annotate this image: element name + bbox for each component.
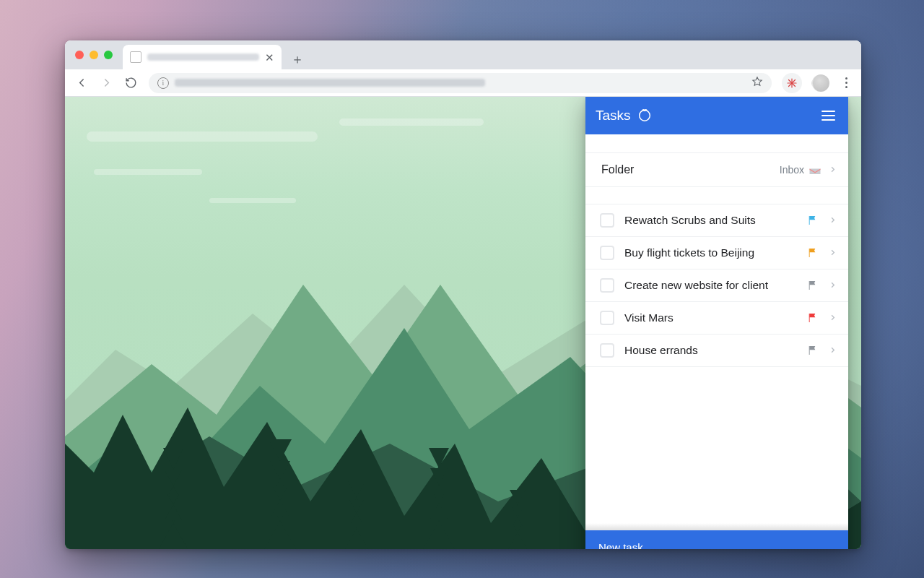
tab-close-button[interactable]: ✕	[265, 52, 274, 63]
svg-rect-5	[809, 216, 810, 225]
task-checkbox[interactable]	[600, 246, 614, 260]
flag-icon[interactable]	[807, 280, 819, 291]
task-row[interactable]: Create new website for client	[585, 269, 848, 302]
chevron-right-icon	[829, 311, 837, 324]
svg-rect-9	[809, 346, 810, 355]
bookmark-star-icon[interactable]	[751, 76, 763, 90]
forward-button[interactable]	[95, 72, 117, 94]
extension-icon[interactable]	[782, 73, 802, 93]
url-blurred	[175, 79, 485, 87]
panel-spacer	[585, 187, 848, 204]
task-list: Rewatch Scrubs and SuitsBuy flight ticke…	[585, 204, 848, 367]
folder-label: Folder	[601, 163, 780, 176]
task-row[interactable]: Buy flight tickets to Beijing	[585, 237, 848, 269]
site-info-icon[interactable]: i	[157, 77, 169, 89]
tomato-icon	[637, 106, 653, 125]
chevron-right-icon	[829, 279, 837, 292]
tasks-panel-title: Tasks	[596, 108, 631, 124]
task-row[interactable]: Visit Mars	[585, 302, 848, 335]
page-viewport: Tasks Folder Inbox	[65, 97, 861, 549]
panel-menu-button[interactable]	[819, 108, 838, 124]
svg-rect-7	[809, 281, 810, 290]
task-checkbox[interactable]	[600, 311, 614, 325]
folder-selector[interactable]: Folder Inbox	[585, 153, 848, 187]
chevron-right-icon	[829, 214, 837, 227]
desktop-wallpaper: ✕ ＋ i	[0, 0, 924, 578]
profile-avatar[interactable]	[812, 74, 829, 92]
flag-icon[interactable]	[807, 345, 819, 356]
address-bar[interactable]: i	[149, 73, 772, 93]
new-task-button[interactable]: New task	[585, 530, 848, 549]
task-checkbox[interactable]	[600, 213, 614, 228]
back-button[interactable]	[71, 72, 92, 94]
window-zoom-button[interactable]	[104, 51, 113, 59]
new-tab-button[interactable]: ＋	[287, 49, 308, 69]
chevron-right-icon	[829, 344, 837, 357]
new-task-label: New task	[598, 541, 643, 550]
reload-button[interactable]	[120, 72, 141, 94]
task-label: Visit Mars	[624, 311, 797, 324]
task-label: House errands	[624, 344, 797, 357]
svg-rect-6	[809, 249, 810, 257]
flag-icon[interactable]	[807, 247, 819, 259]
browser-tab[interactable]: ✕	[123, 45, 282, 69]
task-checkbox[interactable]	[600, 343, 614, 358]
browser-toolbar: i	[65, 69, 861, 97]
tasks-panel: Tasks Folder Inbox	[585, 97, 848, 549]
panel-inner-shadow	[585, 523, 848, 530]
flag-icon[interactable]	[807, 312, 819, 324]
svg-point-4	[639, 111, 650, 121]
tasks-panel-header: Tasks	[585, 97, 848, 134]
task-label: Buy flight tickets to Beijing	[624, 246, 797, 259]
folder-value: Inbox	[780, 164, 804, 176]
panel-spacer	[585, 134, 848, 153]
browser-window: ✕ ＋ i	[65, 40, 861, 549]
window-close-button[interactable]	[75, 51, 84, 59]
chevron-right-icon	[829, 163, 837, 176]
window-minimize-button[interactable]	[90, 51, 98, 59]
window-controls	[74, 40, 118, 69]
task-row[interactable]: Rewatch Scrubs and Suits	[585, 204, 848, 237]
chevron-right-icon	[829, 246, 837, 259]
task-label: Rewatch Scrubs and Suits	[624, 214, 797, 227]
svg-rect-8	[809, 314, 810, 322]
browser-menu-button[interactable]	[837, 77, 855, 88]
task-row[interactable]: House errands	[585, 335, 848, 367]
tasks-panel-body: Folder Inbox Rewatch Scrubs and SuitsBuy…	[585, 134, 848, 523]
task-checkbox[interactable]	[600, 278, 614, 293]
task-label: Create new website for client	[624, 279, 797, 292]
tab-favicon	[130, 51, 141, 63]
flag-icon[interactable]	[807, 215, 819, 226]
inbox-icon	[808, 165, 821, 175]
tab-strip: ✕ ＋	[65, 40, 861, 69]
tab-title-blurred	[147, 53, 259, 61]
